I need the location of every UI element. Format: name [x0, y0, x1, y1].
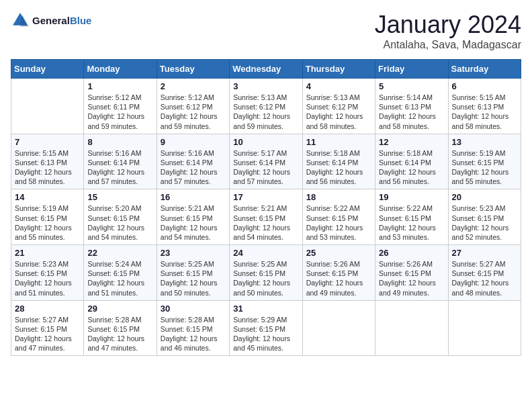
- calendar-cell: [448, 300, 521, 356]
- day-info: Sunrise: 5:23 AM Sunset: 6:15 PM Dayligh…: [15, 259, 80, 298]
- header-cell: Wednesday: [230, 60, 302, 79]
- calendar-cell: 9Sunrise: 5:16 AM Sunset: 6:14 PM Daylig…: [157, 134, 229, 189]
- calendar-cell: 29Sunrise: 5:28 AM Sunset: 6:15 PM Dayli…: [84, 300, 157, 356]
- day-number: 22: [87, 248, 152, 258]
- calendar-cell: [11, 79, 84, 134]
- calendar-cell: 26Sunrise: 5:26 AM Sunset: 6:15 PM Dayli…: [375, 245, 448, 301]
- calendar-subtitle: Antalaha, Sava, Madagascar: [375, 39, 521, 51]
- logo-icon: [11, 11, 30, 30]
- day-info: Sunrise: 5:22 AM Sunset: 6:15 PM Dayligh…: [306, 203, 371, 242]
- day-number: 11: [306, 137, 371, 147]
- calendar-cell: 3Sunrise: 5:13 AM Sunset: 6:12 PM Daylig…: [230, 79, 302, 134]
- calendar-cell: 28Sunrise: 5:27 AM Sunset: 6:15 PM Dayli…: [11, 300, 84, 356]
- day-number: 24: [233, 248, 298, 258]
- day-info: Sunrise: 5:17 AM Sunset: 6:14 PM Dayligh…: [233, 148, 298, 187]
- day-info: Sunrise: 5:20 AM Sunset: 6:15 PM Dayligh…: [87, 203, 152, 242]
- day-info: Sunrise: 5:25 AM Sunset: 6:15 PM Dayligh…: [233, 259, 298, 298]
- day-number: 2: [161, 81, 226, 91]
- calendar-cell: 31Sunrise: 5:29 AM Sunset: 6:15 PM Dayli…: [230, 300, 302, 356]
- calendar-cell: 15Sunrise: 5:20 AM Sunset: 6:15 PM Dayli…: [84, 189, 157, 245]
- day-number: 17: [233, 192, 298, 202]
- calendar-table: SundayMondayTuesdayWednesdayThursdayFrid…: [11, 59, 521, 356]
- day-number: 25: [306, 248, 371, 258]
- day-info: Sunrise: 5:13 AM Sunset: 6:12 PM Dayligh…: [233, 93, 298, 131]
- calendar-cell: 30Sunrise: 5:28 AM Sunset: 6:15 PM Dayli…: [157, 300, 229, 356]
- calendar-cell: 4Sunrise: 5:13 AM Sunset: 6:12 PM Daylig…: [302, 79, 375, 134]
- day-number: 31: [233, 304, 298, 314]
- calendar-cell: 14Sunrise: 5:19 AM Sunset: 6:15 PM Dayli…: [11, 189, 84, 245]
- header-cell: Friday: [375, 60, 448, 79]
- day-number: 1: [87, 81, 152, 91]
- header-row: SundayMondayTuesdayWednesdayThursdayFrid…: [11, 60, 521, 79]
- day-number: 27: [452, 248, 517, 258]
- day-number: 29: [87, 304, 152, 314]
- calendar-cell: 19Sunrise: 5:22 AM Sunset: 6:15 PM Dayli…: [375, 189, 448, 245]
- day-number: 10: [233, 137, 298, 147]
- day-number: 5: [379, 81, 444, 91]
- calendar-cell: 10Sunrise: 5:17 AM Sunset: 6:14 PM Dayli…: [230, 134, 302, 189]
- day-info: Sunrise: 5:29 AM Sunset: 6:15 PM Dayligh…: [233, 315, 298, 353]
- header-cell: Tuesday: [157, 60, 229, 79]
- day-number: 4: [306, 81, 371, 91]
- day-number: 20: [452, 192, 517, 202]
- calendar-body: 1Sunrise: 5:12 AM Sunset: 6:11 PM Daylig…: [11, 79, 521, 356]
- day-info: Sunrise: 5:15 AM Sunset: 6:13 PM Dayligh…: [15, 148, 80, 187]
- day-info: Sunrise: 5:21 AM Sunset: 6:15 PM Dayligh…: [233, 203, 298, 242]
- day-info: Sunrise: 5:19 AM Sunset: 6:15 PM Dayligh…: [15, 203, 80, 242]
- day-number: 13: [452, 137, 517, 147]
- calendar-cell: 18Sunrise: 5:22 AM Sunset: 6:15 PM Dayli…: [302, 189, 375, 245]
- calendar-cell: 12Sunrise: 5:18 AM Sunset: 6:14 PM Dayli…: [375, 134, 448, 189]
- day-info: Sunrise: 5:26 AM Sunset: 6:15 PM Dayligh…: [379, 259, 444, 298]
- calendar-cell: 25Sunrise: 5:26 AM Sunset: 6:15 PM Dayli…: [302, 245, 375, 301]
- calendar-cell: 6Sunrise: 5:15 AM Sunset: 6:13 PM Daylig…: [448, 79, 521, 134]
- logo-text: GeneralBlue: [32, 15, 91, 26]
- calendar-cell: 27Sunrise: 5:27 AM Sunset: 6:15 PM Dayli…: [448, 245, 521, 301]
- day-number: 6: [452, 81, 517, 91]
- day-number: 21: [15, 248, 80, 258]
- calendar-week-row: 21Sunrise: 5:23 AM Sunset: 6:15 PM Dayli…: [11, 245, 521, 301]
- day-info: Sunrise: 5:12 AM Sunset: 6:11 PM Dayligh…: [87, 93, 152, 131]
- day-info: Sunrise: 5:12 AM Sunset: 6:12 PM Dayligh…: [161, 93, 226, 131]
- day-info: Sunrise: 5:16 AM Sunset: 6:14 PM Dayligh…: [161, 148, 226, 187]
- day-info: Sunrise: 5:19 AM Sunset: 6:15 PM Dayligh…: [452, 148, 517, 187]
- calendar-cell: [375, 300, 448, 356]
- day-info: Sunrise: 5:14 AM Sunset: 6:13 PM Dayligh…: [379, 93, 444, 131]
- calendar-cell: 22Sunrise: 5:24 AM Sunset: 6:15 PM Dayli…: [84, 245, 157, 301]
- day-number: 30: [161, 304, 226, 314]
- calendar-cell: 7Sunrise: 5:15 AM Sunset: 6:13 PM Daylig…: [11, 134, 84, 189]
- day-info: Sunrise: 5:16 AM Sunset: 6:14 PM Dayligh…: [87, 148, 152, 187]
- day-number: 14: [15, 192, 80, 202]
- header-cell: Thursday: [302, 60, 375, 79]
- calendar-cell: 21Sunrise: 5:23 AM Sunset: 6:15 PM Dayli…: [11, 245, 84, 301]
- header-cell: Monday: [84, 60, 157, 79]
- day-number: 23: [161, 248, 226, 258]
- day-info: Sunrise: 5:18 AM Sunset: 6:14 PM Dayligh…: [379, 148, 444, 187]
- day-number: 3: [233, 81, 298, 91]
- calendar-week-row: 7Sunrise: 5:15 AM Sunset: 6:13 PM Daylig…: [11, 134, 521, 189]
- calendar-cell: 24Sunrise: 5:25 AM Sunset: 6:15 PM Dayli…: [230, 245, 302, 301]
- day-info: Sunrise: 5:21 AM Sunset: 6:15 PM Dayligh…: [161, 203, 226, 242]
- day-info: Sunrise: 5:13 AM Sunset: 6:12 PM Dayligh…: [306, 93, 371, 131]
- calendar-cell: 17Sunrise: 5:21 AM Sunset: 6:15 PM Dayli…: [230, 189, 302, 245]
- day-info: Sunrise: 5:28 AM Sunset: 6:15 PM Dayligh…: [161, 315, 226, 353]
- day-number: 9: [161, 137, 226, 147]
- calendar-week-row: 14Sunrise: 5:19 AM Sunset: 6:15 PM Dayli…: [11, 189, 521, 245]
- day-info: Sunrise: 5:15 AM Sunset: 6:13 PM Dayligh…: [452, 93, 517, 131]
- day-info: Sunrise: 5:26 AM Sunset: 6:15 PM Dayligh…: [306, 259, 371, 298]
- day-number: 18: [306, 192, 371, 202]
- day-number: 12: [379, 137, 444, 147]
- calendar-cell: [302, 300, 375, 356]
- day-info: Sunrise: 5:18 AM Sunset: 6:14 PM Dayligh…: [306, 148, 371, 187]
- calendar-cell: 1Sunrise: 5:12 AM Sunset: 6:11 PM Daylig…: [84, 79, 157, 134]
- calendar-cell: 11Sunrise: 5:18 AM Sunset: 6:14 PM Dayli…: [302, 134, 375, 189]
- calendar-cell: 8Sunrise: 5:16 AM Sunset: 6:14 PM Daylig…: [84, 134, 157, 189]
- calendar-cell: 5Sunrise: 5:14 AM Sunset: 6:13 PM Daylig…: [375, 79, 448, 134]
- calendar-week-row: 28Sunrise: 5:27 AM Sunset: 6:15 PM Dayli…: [11, 300, 521, 356]
- day-number: 26: [379, 248, 444, 258]
- calendar-cell: 23Sunrise: 5:25 AM Sunset: 6:15 PM Dayli…: [157, 245, 229, 301]
- day-info: Sunrise: 5:27 AM Sunset: 6:15 PM Dayligh…: [452, 259, 517, 298]
- calendar-cell: 16Sunrise: 5:21 AM Sunset: 6:15 PM Dayli…: [157, 189, 229, 245]
- logo: GeneralBlue: [11, 11, 91, 30]
- day-number: 15: [87, 192, 152, 202]
- header-cell: Sunday: [11, 60, 84, 79]
